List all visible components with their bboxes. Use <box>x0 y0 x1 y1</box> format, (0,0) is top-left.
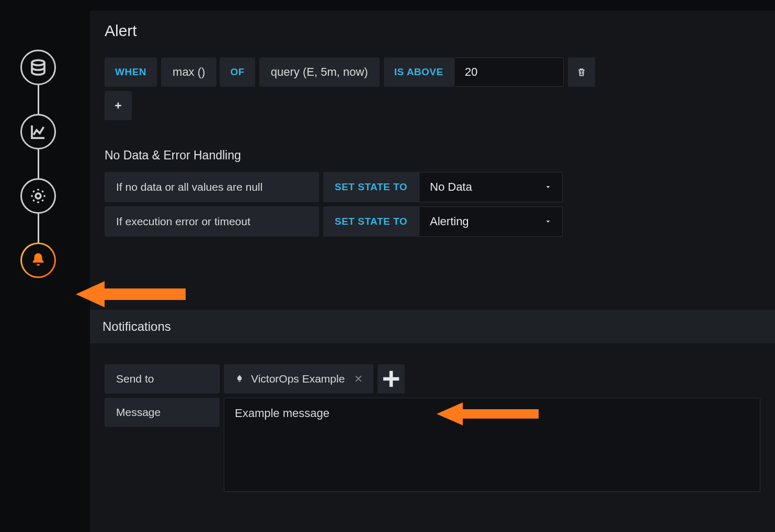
chevron-down-icon <box>544 180 552 194</box>
threshold-input[interactable] <box>454 57 564 87</box>
edit-panel-stepper <box>15 50 62 278</box>
message-row: Message <box>105 398 760 492</box>
reducer-func[interactable]: max () <box>161 57 216 87</box>
plus-icon <box>378 365 405 392</box>
query-ref[interactable]: query (E, 5m, now) <box>259 57 380 87</box>
nodata-heading: No Data & Error Handling <box>90 120 775 172</box>
svg-marker-2 <box>76 281 186 307</box>
nodata-rows: If no data or all values are null SET ST… <box>90 172 775 237</box>
step-general[interactable] <box>20 178 56 214</box>
stepper-connector <box>38 149 39 178</box>
notifications-heading: Notifications <box>90 310 775 343</box>
add-channel-button[interactable] <box>378 364 405 394</box>
plus-icon <box>113 100 123 111</box>
stepper-connector <box>38 85 39 114</box>
step-datasource[interactable] <box>20 50 56 85</box>
annotation-arrow <box>437 398 541 430</box>
set-state-to-label: SET STATE TO <box>323 206 419 237</box>
delete-condition-button[interactable] <box>568 57 595 87</box>
if-no-data-label: If no data or all values are null <box>105 172 319 202</box>
bell-icon <box>29 251 48 270</box>
chevron-down-icon <box>544 215 552 228</box>
message-label: Message <box>105 398 220 427</box>
send-to-label: Send to <box>105 364 220 394</box>
when-keyword[interactable]: WHEN <box>105 57 157 87</box>
reducer-of-group: max () OF <box>161 57 255 87</box>
error-state-select[interactable]: Alerting <box>419 206 563 237</box>
notifications-body: Send to VictorOps Example ✕ Message <box>90 343 775 492</box>
database-icon <box>29 58 48 77</box>
of-keyword: OF <box>220 57 255 87</box>
evaluator-type[interactable]: IS ABOVE <box>384 57 454 87</box>
remove-channel-button[interactable]: ✕ <box>354 373 363 385</box>
step-visualization[interactable] <box>20 114 56 149</box>
svg-marker-3 <box>437 402 539 425</box>
svg-point-0 <box>32 60 44 65</box>
evaluator-group: IS ABOVE <box>384 57 564 87</box>
condition-row: WHEN max () OF query (E, 5m, now) IS ABO… <box>90 57 775 87</box>
alert-panel: Alert WHEN max () OF query (E, 5m, now) … <box>90 10 775 532</box>
notification-channel-chip[interactable]: VictorOps Example ✕ <box>224 364 373 394</box>
svg-point-1 <box>36 193 41 199</box>
gear-icon <box>29 187 48 205</box>
chart-icon <box>29 122 48 141</box>
stepper-connector <box>38 214 39 242</box>
add-condition-button[interactable] <box>105 91 132 120</box>
error-row: If execution error or timeout SET STATE … <box>105 206 760 237</box>
annotation-arrow <box>76 276 191 313</box>
if-error-label: If execution error or timeout <box>105 206 319 237</box>
panel-title: Alert <box>90 10 775 57</box>
send-to-row: Send to VictorOps Example ✕ <box>105 364 760 394</box>
trash-icon <box>576 67 587 77</box>
step-alert[interactable] <box>20 242 56 278</box>
nodata-row: If no data or all values are null SET ST… <box>105 172 760 202</box>
victorops-icon <box>234 374 245 384</box>
set-state-to-label: SET STATE TO <box>323 172 419 202</box>
no-data-state-select[interactable]: No Data <box>419 172 563 202</box>
